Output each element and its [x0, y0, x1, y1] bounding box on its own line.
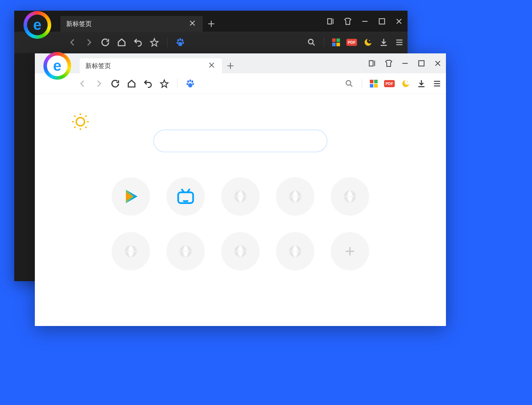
- tile-empty[interactable]: [276, 177, 314, 216]
- titlebar: e 新标签页: [35, 53, 446, 73]
- tabs-area: 新标签页: [80, 53, 364, 73]
- tabs-area: 新标签页: [60, 11, 322, 32]
- night-mode-icon[interactable]: [401, 79, 410, 88]
- separator: [177, 79, 177, 88]
- home-icon[interactable]: [127, 79, 137, 89]
- tile-bilibili[interactable]: [166, 177, 205, 216]
- svg-point-11: [187, 80, 189, 83]
- pdf-icon[interactable]: PDF: [384, 80, 395, 87]
- menu-icon[interactable]: [432, 79, 442, 88]
- new-tab-button[interactable]: [222, 58, 239, 73]
- minimize-icon[interactable]: [397, 59, 413, 68]
- bookmark-icon[interactable]: [159, 79, 169, 89]
- multitab-icon[interactable]: [364, 59, 381, 68]
- reload-icon[interactable]: [110, 79, 120, 89]
- search-input[interactable]: [153, 130, 328, 152]
- app-logo: e: [14, 4, 60, 39]
- toolbar-right: PDF: [307, 37, 404, 47]
- close-window-icon[interactable]: [430, 59, 446, 68]
- menu-icon[interactable]: [395, 38, 404, 47]
- tile-empty[interactable]: [112, 232, 150, 270]
- tile-empty[interactable]: [221, 177, 260, 216]
- svg-point-6: [182, 42, 184, 44]
- svg-point-12: [189, 79, 191, 82]
- maximize-icon[interactable]: [413, 59, 430, 68]
- apps-grid-icon[interactable]: [332, 38, 340, 46]
- night-mode-icon[interactable]: [363, 38, 373, 47]
- toolbar-right: PDF: [345, 79, 442, 88]
- download-icon[interactable]: [379, 38, 388, 47]
- svg-point-18: [76, 117, 84, 126]
- pdf-icon[interactable]: PDF: [346, 39, 357, 46]
- bookmark-icon[interactable]: [149, 37, 159, 47]
- separator: [362, 79, 362, 88]
- tab-close-icon[interactable]: [207, 61, 216, 72]
- svg-rect-1: [379, 19, 384, 24]
- skin-icon[interactable]: [339, 17, 356, 26]
- svg-point-7: [308, 39, 313, 44]
- nav-back-icon[interactable]: [68, 37, 78, 47]
- svg-point-2: [177, 39, 179, 42]
- undo-icon[interactable]: [133, 37, 143, 47]
- weather-sun-icon[interactable]: [70, 112, 90, 133]
- tile-empty[interactable]: [276, 232, 314, 270]
- maximize-icon[interactable]: [373, 17, 390, 26]
- tile-add[interactable]: [331, 232, 369, 270]
- tile-tencent-video[interactable]: [112, 177, 150, 216]
- baidu-paw-icon[interactable]: [175, 37, 185, 47]
- svg-point-15: [192, 83, 194, 85]
- tab-active[interactable]: 新标签页: [80, 58, 222, 73]
- nav-back-icon[interactable]: [78, 79, 87, 89]
- svg-point-13: [191, 80, 193, 83]
- tile-empty[interactable]: [331, 177, 369, 216]
- skin-icon[interactable]: [381, 59, 397, 68]
- tile-empty[interactable]: [221, 232, 260, 270]
- search-icon[interactable]: [345, 79, 354, 88]
- baidu-paw-icon[interactable]: [185, 79, 195, 89]
- tab-title: 新标签页: [85, 62, 111, 70]
- separator: [324, 37, 324, 47]
- svg-rect-9: [369, 61, 373, 66]
- speed-dial-grid: [63, 177, 417, 270]
- app-logo: e: [35, 47, 80, 80]
- nav-forward-icon[interactable]: [94, 79, 104, 89]
- download-icon[interactable]: [417, 79, 426, 88]
- titlebar: e 新标签页: [14, 11, 408, 32]
- window-controls: [322, 11, 408, 32]
- svg-point-8: [369, 40, 370, 41]
- svg-rect-0: [328, 19, 331, 24]
- new-tab-content: [35, 94, 446, 285]
- new-tab-button[interactable]: [203, 16, 220, 32]
- separator: [167, 37, 167, 47]
- browser-window-light: e 新标签页: [35, 53, 446, 326]
- toolbar: PDF: [35, 73, 446, 94]
- search-icon[interactable]: [307, 38, 316, 47]
- minimize-icon[interactable]: [356, 17, 373, 26]
- svg-point-5: [177, 42, 179, 44]
- tab-title: 新标签页: [66, 20, 92, 28]
- nav-forward-icon[interactable]: [84, 37, 94, 47]
- svg-point-4: [181, 39, 183, 42]
- svg-point-17: [407, 81, 408, 82]
- apps-grid-icon[interactable]: [370, 80, 378, 88]
- reload-icon[interactable]: [100, 37, 110, 47]
- tab-close-icon[interactable]: [188, 19, 197, 30]
- undo-icon[interactable]: [143, 79, 153, 89]
- svg-point-16: [346, 80, 351, 85]
- home-icon[interactable]: [117, 37, 127, 47]
- tab-active[interactable]: 新标签页: [60, 16, 203, 32]
- tile-empty[interactable]: [166, 232, 205, 270]
- svg-point-14: [187, 83, 188, 85]
- svg-rect-10: [419, 61, 424, 66]
- close-window-icon[interactable]: [390, 17, 408, 26]
- svg-point-3: [179, 38, 181, 41]
- multitab-icon[interactable]: [322, 17, 339, 26]
- window-controls: [364, 53, 446, 73]
